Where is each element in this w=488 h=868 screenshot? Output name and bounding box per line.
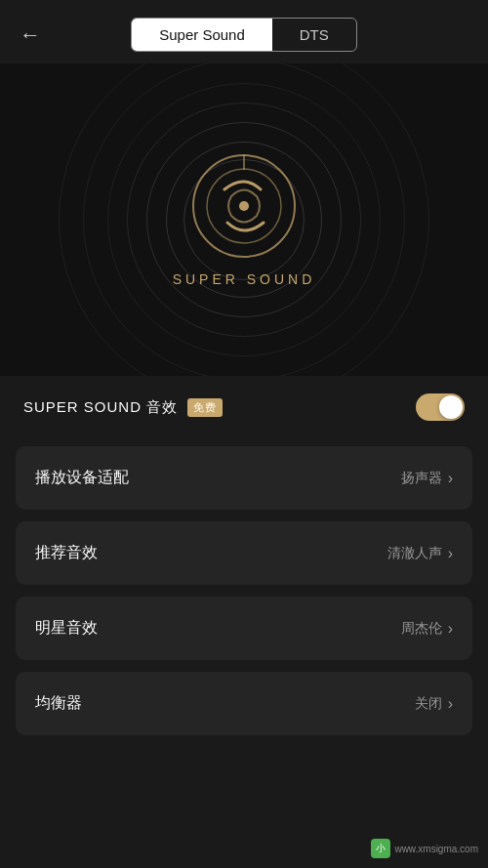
watermark: 小 www.xmsigma.com <box>371 839 478 858</box>
menu-item-value-star: 周杰伦 <box>401 620 442 638</box>
toggle-row: SUPER SOUND 音效 免费 <box>0 376 488 438</box>
menu-item-right-equalizer: 关闭 › <box>415 695 453 713</box>
menu-item-recommended-sound[interactable]: 推荐音效 清澈人声 › <box>16 521 472 585</box>
tab-switcher: Super Sound DTS <box>131 18 357 52</box>
toggle-label-text: SUPER SOUND 音效 <box>23 398 178 417</box>
menu-item-label-playback: 播放设备适配 <box>35 468 129 488</box>
watermark-site: www.xmsigma.com <box>394 844 478 854</box>
brand-label: SUPER SOUND <box>173 271 316 287</box>
free-badge: 免费 <box>187 398 223 417</box>
hero-content: SUPER SOUND <box>173 152 316 287</box>
chevron-icon-playback: › <box>448 470 453 487</box>
menu-item-value-recommended: 清澈人声 <box>387 545 442 562</box>
watermark-logo: 小 <box>371 839 390 858</box>
menu-item-value-equalizer: 关闭 <box>415 695 442 713</box>
header: ← Super Sound DTS <box>0 0 488 63</box>
super-sound-logo <box>190 152 298 260</box>
super-sound-toggle[interactable] <box>416 393 465 421</box>
tab-super-sound[interactable]: Super Sound <box>132 19 272 51</box>
menu-item-equalizer[interactable]: 均衡器 关闭 › <box>16 672 472 735</box>
svg-point-2 <box>239 201 249 211</box>
menu-item-right-star: 周杰伦 › <box>401 620 453 638</box>
chevron-icon-equalizer: › <box>448 695 453 713</box>
menu-item-right-playback: 扬声器 › <box>401 470 453 487</box>
toggle-label: SUPER SOUND 音效 免费 <box>23 398 223 417</box>
menu-item-value-playback: 扬声器 <box>401 470 442 487</box>
tab-dts[interactable]: DTS <box>272 19 356 51</box>
menu-item-right-recommended: 清澈人声 › <box>387 545 453 562</box>
menu-list: 播放设备适配 扬声器 › 推荐音效 清澈人声 › 明星音效 周杰伦 › 均衡器 … <box>0 446 488 735</box>
chevron-icon-star: › <box>448 620 453 638</box>
menu-item-label-equalizer: 均衡器 <box>35 693 82 714</box>
back-button[interactable]: ← <box>20 24 41 46</box>
menu-item-label-star: 明星音效 <box>35 618 98 639</box>
menu-item-playback-device[interactable]: 播放设备适配 扬声器 › <box>16 446 472 510</box>
chevron-icon-recommended: › <box>448 545 453 562</box>
hero-section: SUPER SOUND <box>0 63 488 376</box>
menu-item-label-recommended: 推荐音效 <box>35 543 98 563</box>
menu-item-star-sound[interactable]: 明星音效 周杰伦 › <box>16 597 472 660</box>
